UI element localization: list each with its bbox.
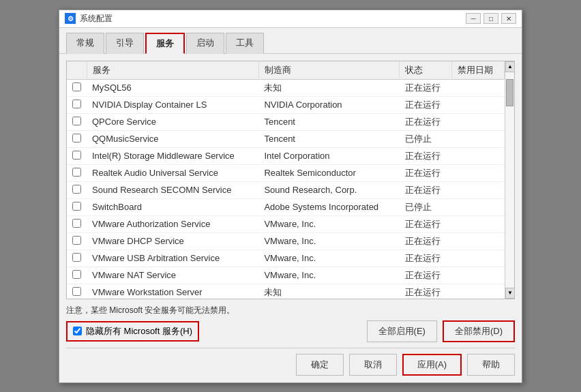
- enable-all-button[interactable]: 全部启用(E): [367, 320, 437, 342]
- tab-boot[interactable]: 引导: [106, 33, 144, 54]
- service-disabled-date: [451, 147, 505, 164]
- scrollbar-thumb[interactable]: [506, 79, 513, 106]
- tab-tools[interactable]: 工具: [226, 33, 264, 54]
- service-manufacturer: VMware, Inc.: [258, 267, 399, 284]
- table-row: VMware DHCP ServiceVMware, Inc.正在运行: [67, 232, 505, 250]
- service-manufacturer: VMware, Inc.: [258, 232, 399, 250]
- service-name: Realtek Audio Universal Service: [87, 164, 258, 181]
- service-manufacturer: 未知: [258, 284, 399, 299]
- content-area: 服务 制造商 状态 禁用日期 MySQL56未知正在运行NVIDIA Displ…: [59, 54, 522, 382]
- row-checkbox[interactable]: [72, 185, 81, 194]
- col-checkbox: [67, 61, 87, 80]
- col-status: 状态: [400, 61, 451, 80]
- help-button[interactable]: 帮助: [467, 354, 515, 376]
- table-row: VMware Authorization ServiceVMware, Inc.…: [67, 215, 505, 232]
- table-row: VMware NAT ServiceVMware, Inc.正在运行: [67, 267, 505, 284]
- service-manufacturer: Tencent: [258, 130, 399, 147]
- hide-microsoft-label[interactable]: 隐藏所有 Microsoft 服务(H): [66, 321, 199, 342]
- scroll-down-button[interactable]: ▼: [505, 288, 515, 299]
- disable-all-button[interactable]: 全部禁用(D): [443, 320, 515, 342]
- table-row: VMware Workstation Server未知正在运行: [67, 284, 505, 299]
- table-row: QQMusicServiceTencent已停止: [67, 130, 505, 147]
- tab-general[interactable]: 常规: [66, 33, 104, 54]
- row-checkbox[interactable]: [72, 100, 81, 108]
- service-status: 正在运行: [400, 181, 451, 198]
- service-disabled-date: [451, 130, 505, 147]
- table-row: SwitchBoardAdobe Systems Incorporated已停止: [67, 198, 505, 215]
- tab-bar: 常规 引导 服务 启动 工具: [59, 28, 522, 54]
- ok-button[interactable]: 确定: [296, 354, 344, 376]
- hide-microsoft-checkbox[interactable]: [73, 327, 82, 335]
- service-status: 正在运行: [400, 113, 451, 130]
- services-table-inner[interactable]: 服务 制造商 状态 禁用日期 MySQL56未知正在运行NVIDIA Displ…: [67, 61, 505, 299]
- service-disabled-date: [451, 96, 505, 113]
- service-status: 正在运行: [400, 284, 451, 299]
- row-checkbox[interactable]: [72, 168, 81, 177]
- service-manufacturer: NVIDIA Corporation: [258, 96, 399, 113]
- service-status: 正在运行: [400, 250, 451, 267]
- table-row: VMware USB Arbitration ServiceVMware, In…: [67, 250, 505, 267]
- main-window: ⚙ 系统配置 ─ □ ✕ 常规 引导 服务 启动 工具 服务 制造: [59, 10, 522, 383]
- row-checkbox[interactable]: [72, 134, 81, 142]
- service-disabled-date: [451, 181, 505, 198]
- table-row: Intel(R) Storage Middleware ServiceIntel…: [67, 147, 505, 164]
- table-row: QPCore ServiceTencent正在运行: [67, 113, 505, 130]
- enable-disable-buttons: 全部启用(E) 全部禁用(D): [367, 320, 515, 342]
- service-name: Sound Research SECOMN Service: [87, 181, 258, 198]
- service-manufacturer: Intel Corporation: [258, 147, 399, 164]
- service-name: MySQL56: [87, 79, 258, 96]
- service-disabled-date: [451, 267, 505, 284]
- maximize-button[interactable]: □: [483, 13, 498, 24]
- tab-services[interactable]: 服务: [145, 33, 185, 54]
- title-bar: ⚙ 系统配置 ─ □ ✕: [59, 10, 522, 28]
- title-bar-left: ⚙ 系统配置: [65, 13, 113, 25]
- action-row: 确定 取消 应用(A) 帮助: [66, 348, 515, 376]
- service-disabled-date: [451, 250, 505, 267]
- service-disabled-date: [451, 284, 505, 299]
- service-manufacturer: VMware, Inc.: [258, 250, 399, 267]
- service-status: 正在运行: [400, 267, 451, 284]
- service-status: 正在运行: [400, 164, 451, 181]
- row-checkbox[interactable]: [72, 236, 81, 245]
- row-checkbox[interactable]: [72, 270, 81, 279]
- table-row: MySQL56未知正在运行: [67, 79, 505, 96]
- col-manufacturer: 制造商: [258, 61, 399, 80]
- service-disabled-date: [451, 232, 505, 250]
- service-manufacturer: Sound Research, Corp.: [258, 181, 399, 198]
- service-manufacturer: Adobe Systems Incorporated: [258, 198, 399, 215]
- window-title: 系统配置: [80, 13, 113, 25]
- row-checkbox[interactable]: [72, 202, 81, 211]
- col-disabled-date: 禁用日期: [451, 61, 505, 80]
- service-name: VMware DHCP Service: [87, 232, 258, 250]
- service-manufacturer: 未知: [258, 79, 399, 96]
- close-button[interactable]: ✕: [501, 13, 516, 24]
- apply-button[interactable]: 应用(A): [402, 354, 462, 376]
- row-checkbox[interactable]: [72, 253, 81, 262]
- service-name: Intel(R) Storage Middleware Service: [87, 147, 258, 164]
- row-checkbox[interactable]: [72, 151, 81, 160]
- service-status: 正在运行: [400, 232, 451, 250]
- scrollbar[interactable]: ▲ ▼: [505, 61, 514, 299]
- minimize-button[interactable]: ─: [466, 13, 481, 24]
- notice-text: 注意，某些 Microsoft 安全服务可能无法禁用。: [66, 305, 515, 316]
- service-name: VMware USB Arbitration Service: [87, 250, 258, 267]
- row-checkbox[interactable]: [72, 287, 81, 296]
- scroll-up-button[interactable]: ▲: [505, 61, 515, 72]
- services-table-container: 服务 制造商 状态 禁用日期 MySQL56未知正在运行NVIDIA Displ…: [66, 61, 515, 299]
- service-disabled-date: [451, 198, 505, 215]
- table-row: Sound Research SECOMN ServiceSound Resea…: [67, 181, 505, 198]
- scrollbar-track[interactable]: [505, 72, 514, 288]
- row-checkbox[interactable]: [72, 82, 81, 91]
- tab-startup[interactable]: 启动: [186, 33, 224, 54]
- bottom-section: 注意，某些 Microsoft 安全服务可能无法禁用。 隐藏所有 Microso…: [66, 305, 515, 376]
- services-table: 服务 制造商 状态 禁用日期 MySQL56未知正在运行NVIDIA Displ…: [67, 61, 505, 299]
- row-checkbox[interactable]: [72, 219, 81, 228]
- service-name: VMware Authorization Service: [87, 215, 258, 232]
- service-status: 正在运行: [400, 79, 451, 96]
- row-checkbox[interactable]: [72, 117, 81, 125]
- service-status: 正在运行: [400, 96, 451, 113]
- service-name: VMware NAT Service: [87, 267, 258, 284]
- window-icon: ⚙: [65, 13, 76, 24]
- cancel-button[interactable]: 取消: [349, 354, 397, 376]
- table-row: NVIDIA Display Container LSNVIDIA Corpor…: [67, 96, 505, 113]
